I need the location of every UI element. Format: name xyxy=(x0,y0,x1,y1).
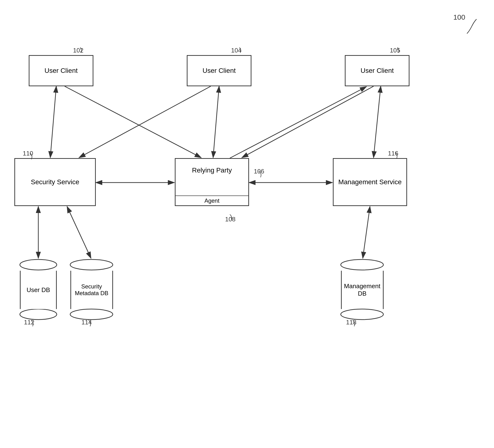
ref-118: 118 xyxy=(346,319,356,326)
management-db-label: Management DB xyxy=(342,282,383,297)
user-client-1-box: User Client xyxy=(29,55,93,86)
management-db-cylinder: Management DB xyxy=(340,259,384,320)
svg-line-11 xyxy=(213,86,219,158)
ref-116: 116 xyxy=(388,150,398,157)
user-client-3-label: User Client xyxy=(361,66,394,75)
svg-point-4 xyxy=(341,259,383,270)
ref-104: 104 xyxy=(231,47,241,54)
svg-point-5 xyxy=(341,309,383,320)
ref-100: 100 xyxy=(453,13,465,21)
svg-line-18 xyxy=(67,206,91,258)
security-service-box: Security Service xyxy=(14,158,96,206)
security-service-label: Security Service xyxy=(31,178,79,186)
svg-line-14 xyxy=(230,87,366,158)
security-metadata-db-label: Security Metadata DB xyxy=(73,283,110,297)
svg-line-13 xyxy=(373,86,381,158)
diagram-container: 100 User Client 102 User Client 104 User… xyxy=(0,0,494,448)
svg-line-10 xyxy=(79,86,211,158)
agent-sublabel: Agent xyxy=(175,195,248,205)
svg-line-19 xyxy=(363,206,370,258)
ref-106: 106 xyxy=(254,168,264,175)
ref-112: 112 xyxy=(24,319,34,326)
ref-114: 114 xyxy=(81,319,92,326)
svg-point-2 xyxy=(70,259,113,270)
ref-110: 110 xyxy=(23,150,33,157)
user-client-3-box: User Client xyxy=(345,55,409,86)
relying-party-box: Relying Party Agent xyxy=(175,158,249,206)
svg-line-8 xyxy=(50,86,56,158)
svg-line-12 xyxy=(242,86,373,158)
ref-108: 108 xyxy=(225,216,235,223)
svg-line-9 xyxy=(65,86,201,158)
user-client-2-label: User Client xyxy=(203,66,236,75)
management-service-label: Management Service xyxy=(338,178,402,186)
user-db-label: User DB xyxy=(26,286,50,294)
svg-point-3 xyxy=(70,309,113,320)
svg-point-0 xyxy=(20,259,57,270)
user-client-1-label: User Client xyxy=(45,66,78,75)
svg-point-1 xyxy=(20,309,57,320)
user-db-cylinder: User DB xyxy=(19,259,58,320)
ref-102: 102 xyxy=(73,47,83,54)
security-metadata-db-cylinder: Security Metadata DB xyxy=(69,259,114,320)
ref-105: 105 xyxy=(390,47,400,54)
relying-party-label: Relying Party xyxy=(192,166,232,175)
user-client-2-box: User Client xyxy=(187,55,251,86)
management-service-box: Management Service xyxy=(333,158,407,206)
